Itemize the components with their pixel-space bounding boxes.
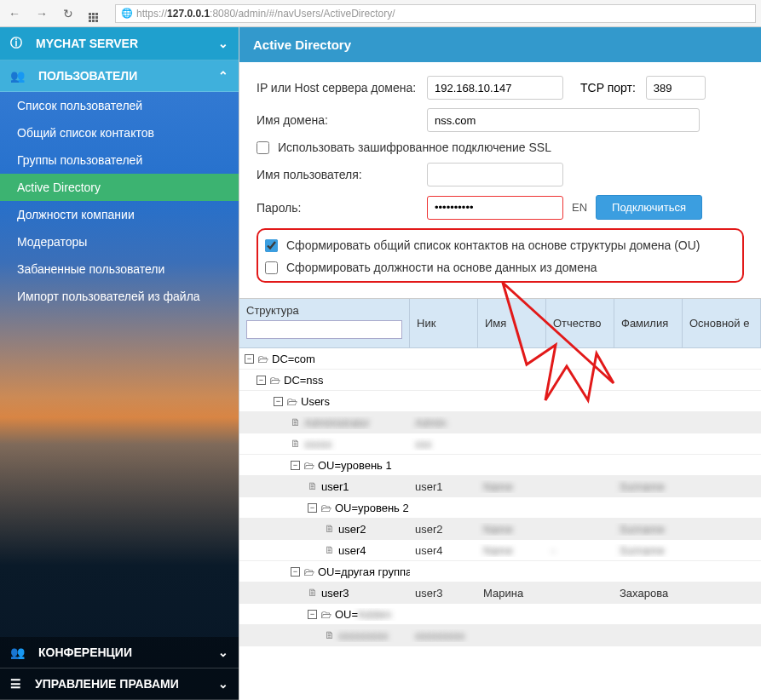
cell-nick: user3 xyxy=(410,587,478,600)
group-icon: 👥 xyxy=(10,645,25,659)
apps-button[interactable] xyxy=(85,3,101,24)
chevron-down-icon: ⌄ xyxy=(218,677,228,691)
reload-button[interactable]: ↻ xyxy=(60,5,77,22)
file-icon: 🗎 xyxy=(308,480,318,492)
folder-icon: 🗁 xyxy=(320,608,331,621)
sidebar-item-banned[interactable]: Забаненные пользователи xyxy=(0,255,239,283)
tcp-label: TCP порт: xyxy=(580,81,636,95)
cell: Surname xyxy=(614,544,683,557)
tree-leaf[interactable]: 🗎xxxxxxxxx xyxy=(239,629,410,642)
ip-input[interactable] xyxy=(427,76,563,100)
page-title: Active Directory xyxy=(239,27,761,62)
form-area: IP или Host сервера домена: TCP порт: Им… xyxy=(239,62,761,298)
sidebar-section-server[interactable]: ⓘMYCHAT SERVER ⌄ xyxy=(0,27,239,60)
tree-node[interactable]: −🗁OU=уровень 2 xyxy=(239,502,410,514)
url-text: https://127.0.0.1:8080/admin/#/navUsers/… xyxy=(136,8,395,20)
col-email[interactable]: Основной e xyxy=(683,299,761,347)
sidebar-rights-label: УПРАВЛЕНИЕ ПРАВАМИ xyxy=(35,677,179,691)
positions-label: Сформировать должности на основе данных … xyxy=(286,261,597,274)
cell-name: Марина xyxy=(478,587,546,600)
folder-icon: 🗁 xyxy=(257,353,268,365)
sidebar: ⓘMYCHAT SERVER ⌄ 👥ПОЛЬЗОВАТЕЛИ ⌃ Список … xyxy=(0,27,239,700)
ad-grid: Структура Ник Имя Отчество Фамилия Основ… xyxy=(239,298,761,700)
address-bar[interactable]: 🌐 https://127.0.0.1:8080/admin/#/navUser… xyxy=(115,4,756,23)
tree-leaf[interactable]: 🗎user4 xyxy=(239,544,410,557)
file-icon: 🗎 xyxy=(308,587,318,599)
password-input[interactable] xyxy=(427,196,563,220)
collapse-icon[interactable]: − xyxy=(291,461,300,470)
globe-icon: 🌐 xyxy=(121,8,133,19)
sidebar-conf-label: КОНФЕРЕНЦИИ xyxy=(38,645,132,659)
sidebar-section-conferences[interactable]: 👥КОНФЕРЕНЦИИ ⌄ xyxy=(0,637,239,668)
col-name[interactable]: Имя xyxy=(478,299,546,347)
cell-nick: user2 xyxy=(410,523,478,536)
ssl-checkbox[interactable] xyxy=(257,141,269,154)
tree-leaf[interactable]: 🗎user1 xyxy=(239,480,410,493)
cell: - xyxy=(546,544,614,557)
collapse-icon[interactable]: − xyxy=(291,567,300,577)
connect-button[interactable]: Подключиться xyxy=(596,195,702,220)
cell-surname: Захарова xyxy=(614,587,683,600)
sidebar-server-label: MYCHAT SERVER xyxy=(36,37,138,50)
tree-leaf[interactable]: 🗎xxxxx xyxy=(239,438,410,450)
highlighted-options: Сформировать общий список контактов на о… xyxy=(257,228,744,283)
password-label: Пароль: xyxy=(257,201,427,215)
col-surname[interactable]: Фамилия xyxy=(614,299,683,347)
sidebar-item-import[interactable]: Импорт пользователей из файла xyxy=(0,283,239,310)
chevron-down-icon: ⌄ xyxy=(218,37,228,50)
ip-label: IP или Host сервера домена: xyxy=(257,81,427,95)
sidebar-item-contacts[interactable]: Общий список контактов xyxy=(0,119,239,146)
folder-icon: 🗁 xyxy=(303,565,314,578)
domain-input[interactable] xyxy=(427,108,700,132)
cell-nick: user1 xyxy=(410,480,478,493)
list-icon: ☰ xyxy=(10,677,21,691)
tree-node[interactable]: −🗁OU=уровень 1 xyxy=(239,459,410,472)
sidebar-section-users[interactable]: 👥ПОЛЬЗОВАТЕЛИ ⌃ xyxy=(0,60,239,92)
sidebar-item-positions[interactable]: Должности компании xyxy=(0,201,239,228)
grid-header: Структура Ник Имя Отчество Фамилия Основ… xyxy=(239,299,761,348)
cell: Name xyxy=(478,544,546,557)
tree-leaf[interactable]: 🗎Administrator xyxy=(239,416,410,429)
sidebar-users-label: ПОЛЬЗОВАТЕЛИ xyxy=(38,69,137,83)
domain-label: Имя домена: xyxy=(257,113,427,127)
folder-icon: 🗁 xyxy=(269,374,280,387)
username-input[interactable] xyxy=(427,163,563,186)
tree-node[interactable]: −🗁Users xyxy=(239,395,410,408)
sidebar-item-groups[interactable]: Группы пользователей xyxy=(0,146,239,174)
forward-button[interactable]: → xyxy=(32,5,51,22)
tree-leaf[interactable]: 🗎user3 xyxy=(239,587,410,600)
cell: Admin xyxy=(410,416,478,429)
positions-checkbox[interactable] xyxy=(265,261,278,274)
tree-node[interactable]: −🗁DC=com xyxy=(239,353,410,365)
chevron-up-icon: ⌃ xyxy=(218,69,228,83)
col-middle[interactable]: Отчество xyxy=(546,299,614,347)
tree-node[interactable]: −🗁DC=nss xyxy=(239,374,410,387)
tree-node[interactable]: −🗁OU=hidden xyxy=(239,608,410,621)
sidebar-item-active-directory[interactable]: Active Directory xyxy=(0,174,239,201)
content-area: Active Directory IP или Host сервера дом… xyxy=(239,27,761,700)
col-nick[interactable]: Ник xyxy=(410,299,478,347)
collapse-icon[interactable]: − xyxy=(257,376,266,385)
collapse-icon[interactable]: − xyxy=(245,354,254,364)
ou-checkbox[interactable] xyxy=(265,239,278,252)
cell: xxx xyxy=(410,438,478,450)
collapse-icon[interactable]: − xyxy=(274,397,283,406)
cell-nick: user4 xyxy=(410,544,478,557)
collapse-icon[interactable]: − xyxy=(308,610,317,619)
tree-node[interactable]: −🗁OU=другая группа1 xyxy=(239,565,410,578)
sidebar-item-moderators[interactable]: Модераторы xyxy=(0,228,239,255)
username-label: Имя пользователя: xyxy=(257,168,427,181)
tcp-port-input[interactable] xyxy=(646,76,706,100)
file-icon: 🗎 xyxy=(325,523,335,535)
file-icon: 🗎 xyxy=(325,629,335,641)
sidebar-item-user-list[interactable]: Список пользователей xyxy=(0,92,239,119)
cell: Name xyxy=(478,523,546,536)
ou-label: Сформировать общий список контактов на о… xyxy=(286,238,700,252)
tree-leaf[interactable]: 🗎user2 xyxy=(239,523,410,536)
cell: Name xyxy=(478,480,546,493)
file-icon: 🗎 xyxy=(291,438,301,450)
structure-filter-input[interactable] xyxy=(246,320,402,339)
collapse-icon[interactable]: − xyxy=(308,503,317,513)
back-button[interactable]: ← xyxy=(5,5,24,22)
sidebar-section-rights[interactable]: ☰УПРАВЛЕНИЕ ПРАВАМИ ⌄ xyxy=(0,668,239,700)
